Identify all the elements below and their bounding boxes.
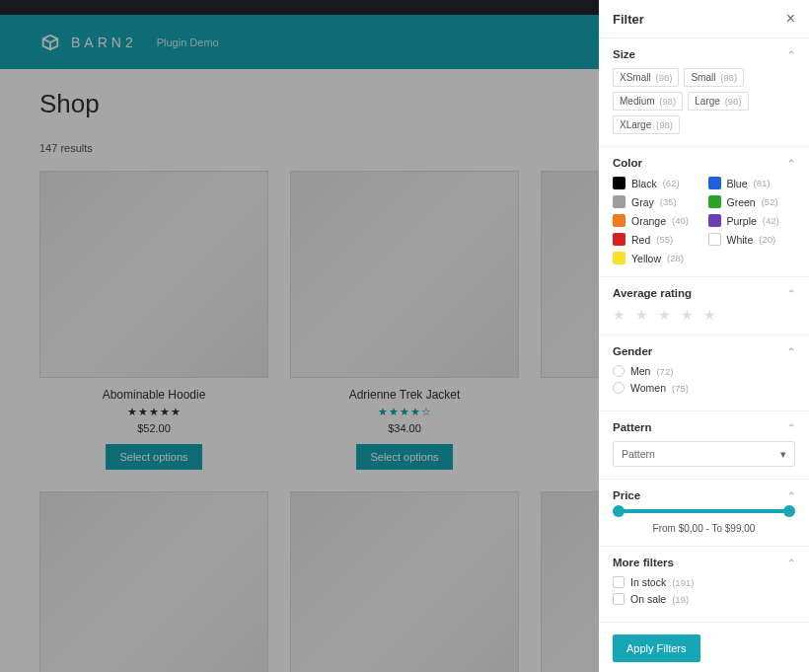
section-toggle-pattern[interactable]: Pattern⌃ <box>613 421 795 433</box>
pattern-select[interactable]: Pattern▾ <box>613 441 795 467</box>
price-range-text: From $0,00 - To $99,00 <box>613 523 795 534</box>
color-swatch-white[interactable]: White(20) <box>708 233 796 246</box>
section-toggle-gender[interactable]: Gender⌃ <box>613 345 795 357</box>
color-swatch-icon <box>708 233 721 246</box>
filter-section-color: Color⌃ Black(62)Blue(81)Gray(35)Green(52… <box>599 147 809 277</box>
filter-section-size: Size⌃ XSmall (98) Small (98) Medium (98)… <box>599 38 809 147</box>
section-toggle-color[interactable]: Color⌃ <box>613 157 795 169</box>
color-swatch-icon <box>613 214 625 227</box>
price-slider-max-thumb[interactable] <box>783 505 795 517</box>
size-chip[interactable]: Medium (98) <box>613 92 683 111</box>
color-swatch-orange[interactable]: Orange(40) <box>613 214 700 227</box>
filter-section-more: More filters⌃ In stock (191) On sale (19… <box>599 547 809 623</box>
chevron-up-icon: ⌃ <box>787 422 795 433</box>
filter-section-gender: Gender⌃ Men (72) Women (75) <box>599 336 809 411</box>
filter-section-pattern: Pattern⌃ Pattern▾ <box>599 411 809 480</box>
color-swatch-icon <box>708 177 721 189</box>
color-swatch-blue[interactable]: Blue(81) <box>708 177 796 189</box>
rating-stars[interactable]: ★ ★ ★ ★ ★ <box>613 307 795 323</box>
color-swatch-black[interactable]: Black(62) <box>613 177 700 189</box>
filter-panel-title: Filter <box>613 12 644 27</box>
chevron-up-icon: ⌃ <box>787 558 795 568</box>
section-toggle-rating[interactable]: Average rating⌃ <box>613 287 795 299</box>
size-chip[interactable]: Large (98) <box>688 92 748 111</box>
price-slider-min-thumb[interactable] <box>613 505 625 517</box>
checkbox-onsale[interactable]: On sale (19) <box>613 593 795 605</box>
size-chip[interactable]: XLarge (98) <box>613 115 680 134</box>
price-slider[interactable] <box>619 509 789 513</box>
gender-radio-men[interactable]: Men (72) <box>613 365 795 377</box>
color-swatch-yellow[interactable]: Yellow(28) <box>613 252 700 264</box>
filter-panel: Filter × Size⌃ XSmall (98) Small (98) Me… <box>599 0 809 672</box>
color-swatch-green[interactable]: Green(52) <box>708 195 796 208</box>
color-swatch-purple[interactable]: Purple(42) <box>708 214 796 227</box>
chevron-up-icon: ⌃ <box>787 158 795 169</box>
chevron-up-icon: ⌃ <box>787 49 795 60</box>
section-toggle-size[interactable]: Size⌃ <box>613 48 795 60</box>
filter-section-price: Price⌃ From $0,00 - To $99,00 <box>599 480 809 547</box>
size-chip[interactable]: Small (98) <box>684 68 744 87</box>
filter-section-rating: Average rating⌃ ★ ★ ★ ★ ★ <box>599 277 809 336</box>
section-toggle-price[interactable]: Price⌃ <box>613 489 795 501</box>
size-chip[interactable]: XSmall (98) <box>613 68 679 87</box>
color-swatch-gray[interactable]: Gray(35) <box>613 195 700 208</box>
close-icon[interactable]: × <box>786 10 795 28</box>
color-swatch-icon <box>613 195 625 208</box>
color-swatch-icon <box>613 252 625 264</box>
chevron-up-icon: ⌃ <box>787 288 795 299</box>
color-swatch-icon <box>613 177 625 189</box>
chevron-up-icon: ⌃ <box>787 346 795 357</box>
color-swatch-icon <box>708 195 721 208</box>
apply-filters-button[interactable]: Apply Filters <box>613 635 700 662</box>
color-swatch-icon <box>613 233 625 246</box>
gender-radio-women[interactable]: Women (75) <box>613 382 795 394</box>
checkbox-instock[interactable]: In stock (191) <box>613 576 795 588</box>
caret-down-icon: ▾ <box>780 448 786 460</box>
section-toggle-more[interactable]: More filters⌃ <box>613 557 795 568</box>
color-swatch-icon <box>708 214 721 227</box>
chevron-up-icon: ⌃ <box>787 490 795 501</box>
color-swatch-red[interactable]: Red(55) <box>613 233 700 246</box>
